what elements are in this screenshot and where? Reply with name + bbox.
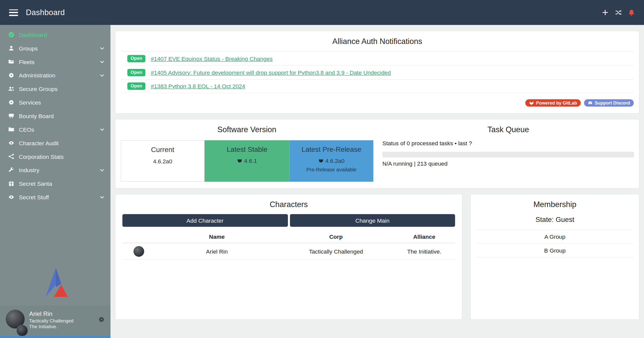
version-value: 4.6.2a0 [325, 158, 345, 164]
panel-label: Latest Pre-Release [290, 146, 373, 154]
task-progress-bar [382, 152, 634, 158]
user-alliance: The Initiative. [29, 324, 73, 329]
status-badge: Open [127, 82, 145, 90]
list-item: A Group [476, 230, 633, 244]
membership-state: State: Guest [476, 216, 633, 224]
wrench-icon [8, 167, 14, 173]
version-panel-prerelease: Latest Pre-Release 4.6.2a0 Pre-Release a… [290, 140, 373, 182]
software-version-section: Software Version Current 4.6.2a0 Latest … [116, 119, 378, 188]
chevron-down-icon [99, 59, 105, 64]
share-icon [8, 153, 14, 159]
sidebar-item-bounty-board[interactable]: Bounty Board [0, 109, 110, 123]
sidebar-nav: Dashboard Groups Fleets [0, 28, 110, 204]
avatar-secondary [16, 325, 28, 336]
main-content: Alliance Auth Notifications Open #1407 E… [110, 25, 644, 338]
sidebar-item-secure-groups[interactable]: Secure Groups [0, 82, 110, 95]
sidebar-item-groups[interactable]: Groups [0, 41, 110, 55]
sidebar-item-fleets[interactable]: Fleets [0, 55, 110, 69]
chevron-down-icon [99, 167, 105, 173]
notification-link[interactable]: #1405 Advisory: Future development will … [151, 69, 391, 76]
sidebar-item-services[interactable]: Services [0, 95, 110, 109]
gear-icon [8, 72, 14, 78]
sidebar-item-industry[interactable]: Industry [0, 163, 110, 177]
sidebar-item-character-audit[interactable]: Character Audit [0, 136, 110, 150]
user-name: Ariel Rin [29, 310, 73, 318]
header-alliance: Alliance [393, 233, 455, 240]
discord-badge-label: Support Discord [595, 101, 630, 106]
sidebar-item-dashboard[interactable]: Dashboard [0, 28, 110, 41]
sidebar-item-label: Administration [19, 72, 55, 78]
chevron-down-icon [99, 127, 105, 132]
membership-groups: A Group B Group [476, 230, 633, 258]
folder-open-icon [8, 59, 14, 65]
add-character-button[interactable]: Add Character [122, 214, 288, 227]
version-taskqueue-card: Software Version Current 4.6.2a0 Latest … [115, 119, 639, 188]
bottom-row: Characters Add Character Change Main Nam… [115, 194, 639, 320]
character-buttons: Add Character Change Main [122, 214, 455, 227]
status-badge: Open [127, 55, 145, 62]
gitlab-badge[interactable]: Powered by GitLab [525, 99, 581, 107]
notification-row: Open #1407 EVE Equinox Status - Breaking… [121, 51, 634, 65]
sidebar-item-label: CEOs [19, 126, 34, 133]
chevron-down-icon [99, 73, 105, 78]
status-badge: Open [127, 69, 145, 76]
sidebar-item-label: Secret Stuff [19, 194, 49, 200]
discord-badge[interactable]: Support Discord [584, 99, 634, 107]
table-row[interactable]: Ariel Rin Tactically Challenged The Init… [122, 243, 455, 260]
sidebar-item-label: Secure Groups [19, 85, 58, 92]
user-meta: Ariel Rin Tactically Challenged The Init… [29, 310, 73, 338]
top-navbar: Dashboard [0, 0, 644, 25]
notification-row: Open #1383 Python 3.8 EOL - 14 Oct 2024 [121, 79, 634, 93]
shuffle-icon[interactable] [615, 9, 622, 16]
plus-icon[interactable] [602, 9, 609, 16]
check-circle-icon [8, 32, 14, 38]
sidebar-bottom-indicator [0, 336, 110, 338]
notifications-title: Alliance Auth Notifications [121, 31, 634, 46]
version-value: 4.6.2a0 [153, 158, 172, 164]
notifications-card: Alliance Auth Notifications Open #1407 E… [115, 31, 639, 114]
sidebar-item-secret-santa[interactable]: Secret Santa [0, 177, 110, 190]
notifications-list: Open #1407 EVE Equinox Status - Breaking… [121, 51, 634, 93]
allianceauth-cat-icon [237, 158, 242, 163]
notification-link[interactable]: #1407 EVE Equinox Status - Breaking Chan… [151, 55, 273, 62]
eye-icon [8, 194, 14, 200]
task-queue-summary: N/A running | 213 queued [382, 160, 634, 167]
sidebar-item-label: Groups [19, 45, 38, 52]
prerelease-note: Pre-Release available [290, 167, 373, 173]
membership-title: Membership [476, 195, 633, 209]
sidebar-item-corporation-stats[interactable]: Corporation Stats [0, 150, 110, 163]
version-panel-stable: Latest Stable 4.6.1 [205, 140, 290, 182]
notification-footer-badges: Powered by GitLab Support Discord [121, 99, 634, 107]
chevron-down-icon [99, 195, 105, 200]
sidebar-user-panel[interactable]: Ariel Rin Tactically Challenged The Init… [0, 306, 110, 338]
characters-table-header: Name Corp Alliance [122, 230, 455, 243]
sidebar-item-label: Fleets [19, 59, 34, 65]
cell-name: Ariel Rin [155, 248, 279, 255]
task-queue-status: Status of 0 processed tasks • last ? [382, 140, 634, 147]
notification-row: Open #1405 Advisory: Future development … [121, 65, 634, 79]
header-corp: Corp [279, 233, 394, 240]
sidebar-item-administration[interactable]: Administration [0, 69, 110, 82]
alliance-logo [42, 267, 68, 298]
sidebar-item-label: Character Audit [19, 140, 58, 146]
sidebar-item-ceos[interactable]: CEOs [0, 123, 110, 136]
page-title: Dashboard [26, 8, 65, 17]
folder-icon [8, 126, 14, 132]
membership-card: Membership State: Guest A Group B Group [470, 194, 639, 320]
menu-icon[interactable] [9, 9, 18, 16]
bell-icon[interactable] [628, 9, 635, 16]
change-main-button[interactable]: Change Main [290, 214, 455, 227]
version-panel-current: Current 4.6.2a0 [121, 140, 205, 182]
characters-table: Name Corp Alliance Ariel Rin Tactically … [122, 230, 455, 260]
navbar-actions [602, 9, 637, 16]
panel-label: Current [121, 146, 204, 154]
character-avatar [133, 246, 144, 256]
version-value: 4.6.1 [244, 158, 257, 164]
gear-icon[interactable] [98, 316, 105, 323]
sidebar-item-label: Dashboard [19, 31, 47, 38]
gear-icon [8, 99, 14, 105]
notification-link[interactable]: #1383 Python 3.8 EOL - 14 Oct 2024 [151, 83, 245, 89]
sidebar-item-secret-stuff[interactable]: Secret Stuff [0, 190, 110, 204]
panel-label: Latest Stable [205, 146, 290, 154]
gitlab-icon [529, 101, 534, 106]
